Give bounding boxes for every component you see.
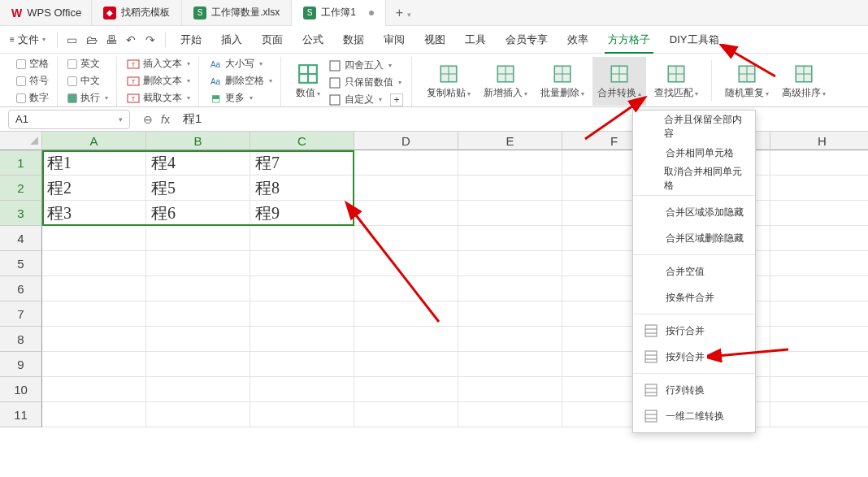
cell[interactable] (770, 176, 868, 201)
cell[interactable] (354, 276, 458, 301)
ribbon-checkbox[interactable]: 中文 (67, 74, 108, 88)
name-box[interactable]: A1▾ (8, 110, 130, 129)
dropdown-item[interactable]: 取消合并相同单元格 (633, 166, 755, 192)
cell[interactable] (250, 377, 354, 402)
cell[interactable] (458, 352, 562, 377)
dropdown-item[interactable]: 按行合并 (633, 318, 755, 344)
cell[interactable]: 程6 (146, 201, 250, 226)
cell[interactable]: 程1 (42, 150, 146, 176)
cell[interactable] (354, 301, 458, 327)
document-tab[interactable]: S工作簿数量.xlsx (182, 0, 292, 26)
cell[interactable] (770, 201, 868, 226)
document-tab[interactable]: S工作簿1 (292, 0, 386, 26)
cell[interactable] (354, 201, 458, 226)
cell[interactable] (42, 251, 146, 276)
row-header[interactable]: 8 (0, 327, 42, 352)
cell[interactable] (354, 150, 458, 176)
cell[interactable] (354, 226, 458, 251)
ribbon-button-sm[interactable]: T截取文本▾ (127, 91, 190, 105)
undo-icon[interactable]: ↶ (121, 33, 141, 46)
ribbon-button-sm[interactable]: ⬒更多▾ (209, 91, 272, 105)
cell[interactable] (770, 377, 868, 402)
row-header[interactable]: 9 (0, 352, 42, 377)
menu-tab[interactable]: 工具 (455, 26, 496, 54)
cell[interactable] (146, 402, 250, 427)
cell[interactable] (146, 352, 250, 377)
cell[interactable]: 程3 (42, 201, 146, 226)
cell[interactable] (458, 150, 562, 176)
file-menu[interactable]: ≡文件▾ (3, 33, 52, 47)
menu-tab[interactable]: 公式 (293, 26, 333, 54)
cell[interactable] (42, 226, 146, 251)
ribbon-button-big[interactable]: 查找匹配▾ (649, 57, 703, 106)
ribbon-checkbox[interactable]: 数字 (16, 91, 49, 105)
row-header[interactable]: 2 (0, 176, 42, 201)
cell[interactable]: 程5 (146, 176, 250, 201)
save-icon[interactable]: 🖶 (102, 33, 121, 46)
cell[interactable] (42, 402, 146, 427)
ribbon-checkbox[interactable]: 英文 (67, 57, 108, 71)
cell[interactable]: 程2 (42, 176, 146, 201)
cell[interactable] (770, 402, 868, 427)
cell[interactable] (146, 377, 250, 402)
cell[interactable] (770, 327, 868, 352)
cell[interactable] (42, 377, 146, 402)
ribbon-button-sm[interactable]: T插入文本▾ (127, 57, 190, 71)
dropdown-item[interactable]: 合并空值 (633, 258, 755, 284)
cell[interactable] (42, 327, 146, 352)
row-header[interactable]: 3 (0, 201, 42, 226)
column-header[interactable]: H (770, 132, 868, 150)
ribbon-checkbox[interactable]: 空格 (16, 57, 49, 71)
dropdown-item[interactable]: 合并区域删除隐藏 (633, 225, 755, 251)
menu-tab[interactable]: DIY工具箱 (660, 26, 729, 54)
row-header[interactable]: 5 (0, 251, 42, 276)
cell[interactable] (250, 352, 354, 377)
cell[interactable] (354, 176, 458, 201)
column-header[interactable]: D (354, 132, 458, 150)
new-icon[interactable]: ▭ (63, 33, 82, 46)
row-header[interactable]: 6 (0, 276, 42, 301)
cell[interactable] (458, 176, 562, 201)
redo-icon[interactable]: ↷ (141, 33, 160, 46)
ribbon-button-big[interactable]: 批量删除▾ (536, 57, 589, 106)
cell[interactable] (250, 301, 354, 327)
cell[interactable] (354, 251, 458, 276)
dropdown-item[interactable]: 合并区域添加隐藏 (633, 199, 755, 225)
cell[interactable]: 程8 (250, 176, 354, 201)
cell[interactable] (458, 402, 562, 427)
open-icon[interactable]: 🗁 (82, 33, 102, 46)
cell[interactable] (458, 327, 562, 352)
ribbon-button-sm[interactable]: T删除文本▾ (127, 74, 190, 88)
ribbon-button-sm[interactable]: Aa大小写▾ (209, 57, 272, 71)
cell[interactable] (770, 150, 868, 176)
menu-tab[interactable]: 会员专享 (496, 26, 558, 54)
cell[interactable] (42, 276, 146, 301)
column-header[interactable]: A (42, 132, 146, 150)
numeric-button[interactable]: 数值▾ (291, 57, 325, 106)
dropdown-item[interactable]: 行列转换 (633, 377, 755, 403)
menu-tab[interactable]: 数据 (333, 26, 374, 54)
cell[interactable] (250, 226, 354, 251)
column-header[interactable]: B (146, 132, 250, 150)
cell[interactable]: 程7 (250, 150, 354, 176)
ribbon-button-sm[interactable]: 四舍五入▾ (328, 59, 403, 72)
formula-input[interactable]: 程1 (175, 111, 210, 127)
cell[interactable] (770, 226, 868, 251)
cell[interactable] (354, 402, 458, 427)
ribbon-button-big[interactable]: 随机重复▾ (720, 57, 774, 106)
cell[interactable]: 程4 (146, 150, 250, 176)
fx-icon[interactable]: fx (161, 113, 170, 126)
ribbon-button-merge[interactable]: 合并转换▴ (592, 57, 646, 106)
cell[interactable] (42, 301, 146, 327)
cell[interactable] (458, 276, 562, 301)
menu-tab[interactable]: 插入 (211, 26, 252, 54)
column-header[interactable]: E (458, 132, 562, 150)
row-header[interactable]: 11 (0, 402, 42, 427)
plus-button[interactable]: + (390, 93, 403, 106)
dropdown-item[interactable]: 一维二维转换 (633, 403, 755, 429)
dropdown-item[interactable]: 合并且保留全部内容 (633, 114, 755, 140)
column-header[interactable]: C (250, 132, 354, 150)
cell[interactable] (770, 276, 868, 301)
cell[interactable] (458, 301, 562, 327)
row-header[interactable]: 1 (0, 150, 42, 176)
